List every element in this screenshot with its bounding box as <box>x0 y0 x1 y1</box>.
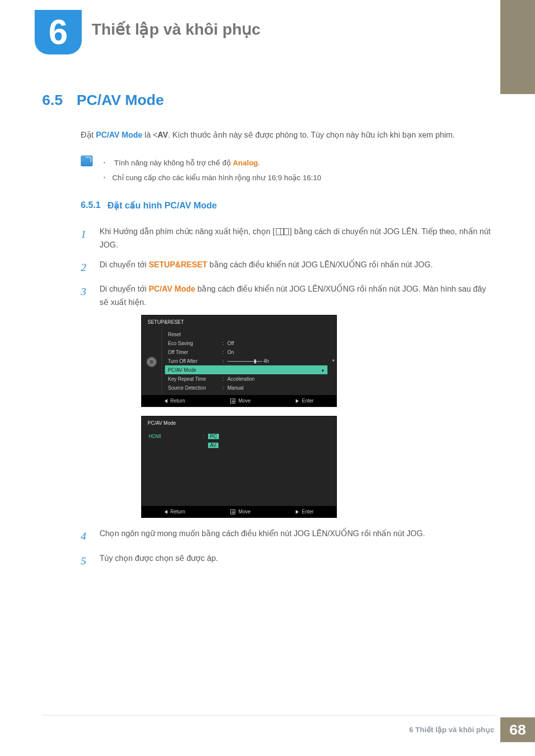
osd-label: HDMI <box>149 434 203 439</box>
chapter-badge: 6 <box>35 10 82 54</box>
pcav-mode-label: PC/AV Mode <box>96 131 142 139</box>
osd-label: Reset <box>168 332 222 337</box>
osd-row-pcav-selected: PC/AV Mode ▸ <box>165 365 327 374</box>
text: bằng cách điều khiển nút JOG LÊN/XUỐNG r… <box>207 260 432 269</box>
plus-icon <box>230 399 235 403</box>
subsection-heading: 6.5.1 Đặt cấu hình PC/AV Mode <box>81 200 495 211</box>
osd-label: Key Repeat Time <box>168 376 222 382</box>
step-text: Di chuyển tới PC/AV Mode bằng cách điều … <box>100 282 495 309</box>
osd-value: 4h <box>264 358 269 364</box>
osd-menu-list: Reset Eco Saving : Off Off Timer : On Tu… <box>161 329 330 395</box>
step-1: 1 Khi Hướng dẫn phím chức năng xuất hiện… <box>81 225 495 252</box>
note-item: Tính năng này không hỗ trợ chế độ Analog… <box>104 155 321 170</box>
step-number: 3 <box>81 282 89 309</box>
text: Di chuyển tới <box>100 285 149 293</box>
subsection-title: Đặt cấu hình PC/AV Mode <box>107 200 217 211</box>
plus-icon <box>230 509 235 514</box>
osd-row-turnoff: Turn Off After : 4h <box>165 356 327 365</box>
osd-label: Turn Off After <box>168 358 222 364</box>
text: . Kích thước ảnh này sẽ được phóng to. T… <box>168 131 455 139</box>
text: Đặt <box>81 131 96 139</box>
osd-value: On <box>227 350 324 355</box>
page-footer: 6 Thiết lập và khôi phục 68 <box>409 717 535 742</box>
menu-icon <box>276 228 289 235</box>
osd-screenshots: SETUP&RESET Reset Eco Saving : Off Off T <box>141 315 495 518</box>
osd-value: Manual <box>227 385 324 391</box>
osd-header: SETUP&RESET <box>142 315 336 329</box>
osd-row-hdmi: HDMI : PC <box>146 432 332 441</box>
osd-value-pc: PC <box>208 434 329 439</box>
text: Tính năng này không hỗ trợ chế độ <box>114 158 232 167</box>
osd-label: Off Timer <box>168 350 222 355</box>
content: 6.5 PC/AV Mode Đặt PC/AV Mode là <AV. Kí… <box>42 92 495 576</box>
section-heading: 6.5 PC/AV Mode <box>42 92 495 108</box>
footer-text: 6 Thiết lập và khôi phục <box>409 725 494 734</box>
osd-enter: Enter <box>296 509 314 514</box>
osd-row-timer: Off Timer : On <box>165 348 327 356</box>
page-number: 68 <box>500 717 535 742</box>
osd-setup-reset: SETUP&RESET Reset Eco Saving : Off Off T <box>141 315 337 407</box>
step-4: 4 Chọn ngôn ngữ mong muốn bằng cách điều… <box>81 527 495 545</box>
osd-label: PC/AV Mode <box>168 367 222 373</box>
av-label: AV <box>158 131 168 139</box>
chapter-title: Thiết lập và khôi phục <box>92 20 261 39</box>
step-text: Tùy chọn được chọn sẽ được áp. <box>100 552 495 570</box>
note-block: Tính năng này không hỗ trợ chế độ Analog… <box>81 155 495 185</box>
step-3: 3 Di chuyển tới PC/AV Mode bằng cách điề… <box>81 282 495 309</box>
footer-rule <box>42 715 495 715</box>
intro-paragraph: Đặt PC/AV Mode là <AV. Kích thước ảnh nà… <box>81 128 495 142</box>
side-strip <box>500 0 535 94</box>
step-2: 2 Di chuyển tới SETUP&RESET bằng cách đi… <box>81 258 495 276</box>
text: Khi Hướng dẫn phím chức năng xuất hiện, … <box>100 227 275 236</box>
section-title: PC/AV Mode <box>77 92 164 108</box>
triangle-left-icon <box>164 510 167 514</box>
osd-row-reset: Reset <box>165 330 327 339</box>
osd-footer: Return Move Enter <box>142 506 336 517</box>
step-text: Chọn ngôn ngữ mong muốn bằng cách điều k… <box>100 527 495 545</box>
osd-enter: Enter <box>296 398 314 403</box>
osd-label: Eco Saving <box>168 341 222 346</box>
osd-slider: 4h <box>227 358 324 364</box>
subsection-number: 6.5.1 <box>81 200 101 211</box>
osd-footer: Return Move Enter <box>142 395 336 406</box>
osd-row-keyrepeat: Key Repeat Time : Acceleration <box>165 374 327 383</box>
triangle-right-icon <box>296 510 299 514</box>
osd-value-av: AV <box>208 443 329 448</box>
osd-row-source: Source Detection : Manual <box>165 383 327 392</box>
step-text: Di chuyển tới SETUP&RESET bằng cách điều… <box>100 258 495 276</box>
note-item: Chỉ cung cấp cho các kiểu màn hình rộng … <box>104 170 321 185</box>
osd-value: Off <box>227 341 324 346</box>
osd-value: Acceleration <box>227 376 324 382</box>
osd-header: PC/AV Mode <box>142 416 336 430</box>
osd-row-av: AV <box>146 441 332 450</box>
osd-pcav-mode: PC/AV Mode HDMI : PC AV Return <box>141 416 337 518</box>
osd-return: Return <box>164 509 185 514</box>
step-number: 4 <box>81 527 89 545</box>
setup-reset-label: SETUP&RESET <box>149 260 207 269</box>
analog-label: Analog <box>233 158 258 167</box>
triangle-right-icon <box>296 399 299 403</box>
gear-icon <box>147 357 157 367</box>
text: Di chuyển tới <box>100 260 149 269</box>
step-text: Khi Hướng dẫn phím chức năng xuất hiện, … <box>100 225 495 252</box>
osd-row-eco: Eco Saving : Off <box>165 339 327 348</box>
text: . <box>258 158 260 167</box>
triangle-left-icon <box>164 399 167 403</box>
note-list: Tính năng này không hỗ trợ chế độ Analog… <box>104 155 321 185</box>
note-icon <box>81 155 93 166</box>
step-number: 5 <box>81 552 89 570</box>
step-number: 2 <box>81 258 89 276</box>
osd-sidebar <box>142 329 161 395</box>
osd-return: Return <box>164 398 185 403</box>
section-number: 6.5 <box>42 92 63 108</box>
osd-move: Move <box>230 509 250 514</box>
step-number: 1 <box>81 225 89 252</box>
osd-label: Source Detection <box>168 385 222 391</box>
osd-move: Move <box>230 398 250 403</box>
osd-scroll-indicator: ▼ <box>330 329 336 395</box>
text: là < <box>142 131 158 139</box>
pcav-mode-label: PC/AV Mode <box>149 285 195 293</box>
step-5: 5 Tùy chọn được chọn sẽ được áp. <box>81 552 495 570</box>
